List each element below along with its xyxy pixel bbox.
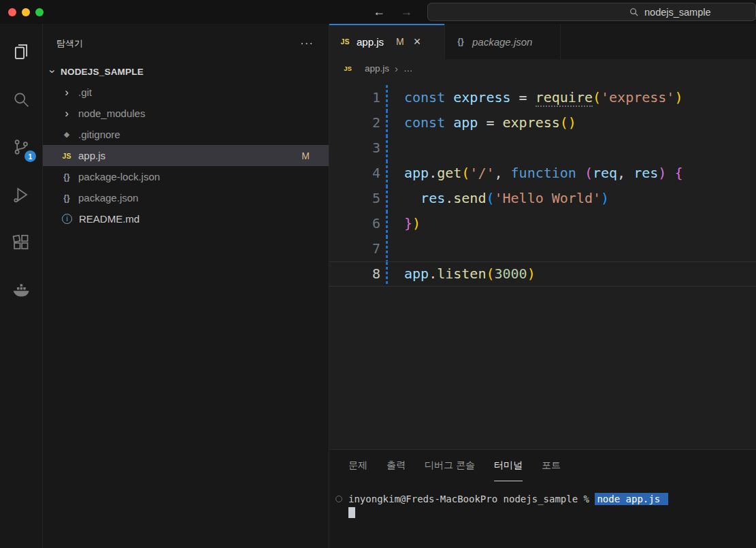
sidebar-title: 탐색기 (56, 37, 83, 50)
line-content (388, 236, 404, 261)
terminal-command-line: inyongkim@Freds-MacBookPro nodejs_sample… (335, 492, 756, 506)
terminal-cursor (348, 507, 355, 518)
minimize-window-button[interactable] (22, 8, 30, 16)
command-center-content: nodejs_sample (629, 3, 711, 20)
breadcrumb: JS app.js › … (329, 59, 756, 77)
activity-search-button[interactable] (0, 76, 42, 123)
command-center[interactable]: nodejs_sample (427, 3, 756, 21)
activity-docker-button[interactable] (0, 266, 42, 314)
vscode-window: ← → nodejs_sample 1 (0, 0, 756, 548)
activity-run-debug-button[interactable] (0, 171, 42, 219)
chevron-down-icon: › (46, 67, 59, 76)
braces-file-icon: {} (61, 172, 73, 182)
back-button[interactable]: ← (373, 5, 385, 19)
line-content: app.get('/', function (req, res) { (388, 161, 683, 186)
file-name: package.json (78, 192, 138, 204)
activity-extensions-button[interactable] (0, 219, 42, 266)
line-number: 3 (329, 135, 380, 161)
code-line-5[interactable]: 5 res.send('Hello World') (329, 186, 756, 211)
scm-pending-changes-badge: 1 (24, 150, 36, 162)
file-name: README.md (79, 213, 139, 225)
js-file-icon: JS (61, 152, 73, 160)
forward-button[interactable]: → (400, 5, 412, 19)
tree-item-.git[interactable]: ›.git (43, 82, 329, 103)
git-modified-badge: M (301, 150, 310, 161)
close-window-button[interactable] (8, 8, 16, 16)
command-decoration-icon[interactable] (335, 496, 342, 502)
breadcrumb-symbol-more[interactable]: … (404, 63, 413, 74)
info-file-icon: i (62, 214, 72, 224)
editor-tabs: JS app.js M × {} package.json (329, 24, 756, 59)
tree-item-app.js[interactable]: JSapp.jsM (43, 145, 329, 166)
views-more-actions-icon[interactable]: ··· (300, 40, 314, 47)
code-editor[interactable]: 1const express = require('express')2cons… (329, 77, 756, 449)
line-content: const express = require('express') (388, 85, 683, 110)
bottom-panel: 문제출력디버그 콘솔터미널포트 inyongkim@Freds-MacBookP… (329, 449, 756, 548)
js-file-icon: JS (342, 65, 354, 72)
js-file-icon: JS (339, 37, 351, 46)
line-content: res.send('Hello World') (388, 186, 609, 211)
titlebar: ← → nodejs_sample (0, 0, 756, 24)
file-name: package-lock.json (78, 171, 160, 182)
tab-label: app.js (357, 36, 384, 48)
search-icon (629, 7, 639, 17)
activity-explorer-button[interactable] (0, 28, 42, 76)
code-line-4[interactable]: 4app.get('/', function (req, res) { (329, 161, 756, 186)
tree-item-.gitignore[interactable]: ◆.gitignore (43, 124, 329, 145)
search-icon (12, 90, 31, 109)
section-header-project[interactable]: › NODEJS_SAMPLE (43, 63, 329, 80)
line-content: app.listen(3000) (388, 262, 536, 286)
tab-app-js[interactable]: JS app.js M × (329, 24, 445, 59)
sidebar-explorer: 탐색기 ··· › NODEJS_SAMPLE ›.git›node_modul… (43, 24, 329, 548)
terminal-selected-command: node app.js (595, 493, 668, 505)
tab-package-json[interactable]: {} package.json (445, 24, 561, 59)
workbench: 1 탐색기 ··· › NODEJS_SAMPLE ›.git›node_mod… (0, 24, 756, 548)
close-tab-icon[interactable]: × (414, 35, 421, 49)
terminal-cursor-line (335, 506, 756, 519)
code-line-1[interactable]: 1const express = require('express') (329, 85, 756, 110)
line-number: 1 (329, 85, 380, 110)
sidebar-header: 탐색기 ··· (43, 33, 329, 54)
panel-tab-출력[interactable]: 출력 (387, 450, 406, 481)
diamond-file-icon: ◆ (61, 130, 73, 139)
file-tree: ›.git›node_modules◆.gitignoreJSapp.jsM{}… (43, 82, 329, 229)
code-line-3[interactable]: 3 (329, 135, 756, 161)
panel-tab-포트[interactable]: 포트 (542, 450, 561, 481)
code-line-7[interactable]: 7 (329, 236, 756, 261)
breadcrumb-file[interactable]: app.js (365, 63, 389, 74)
file-name: app.js (78, 150, 105, 161)
tree-item-package-lock.json[interactable]: {}package-lock.json (43, 166, 329, 187)
tree-item-package.json[interactable]: {}package.json (43, 187, 329, 208)
zoom-window-button[interactable] (35, 8, 44, 16)
line-number: 4 (329, 161, 380, 186)
code-line-8[interactable]: 8app.listen(3000) (329, 261, 756, 287)
file-name: .git (78, 86, 92, 98)
editor-group: JS app.js M × {} package.json JS app.js … (329, 24, 756, 548)
extensions-icon (12, 233, 31, 252)
tree-item-README.md[interactable]: iREADME.md (43, 208, 329, 229)
activity-source-control-button[interactable]: 1 (0, 123, 42, 171)
tree-item-node_modules[interactable]: ›node_modules (43, 103, 329, 124)
panel-tab-디버그-콘솔[interactable]: 디버그 콘솔 (425, 450, 475, 481)
line-number: 5 (329, 186, 380, 211)
activity-bar: 1 (0, 24, 43, 548)
terminal-prompt: inyongkim@Freds-MacBookPro nodejs_sample… (348, 494, 595, 504)
code-line-2[interactable]: 2const app = express() (329, 110, 756, 135)
code-line-6[interactable]: 6}) (329, 211, 756, 236)
line-number: 2 (329, 110, 380, 135)
explorer-icon (12, 42, 31, 61)
code-lines: 1const express = require('express')2cons… (329, 85, 756, 287)
panel-tab-문제[interactable]: 문제 (348, 450, 367, 481)
json-file-icon: {} (455, 37, 467, 46)
terminal[interactable]: inyongkim@Freds-MacBookPro nodejs_sample… (329, 481, 756, 548)
tab-label: package.json (472, 36, 532, 48)
line-content (388, 135, 404, 161)
history-navigation: ← → (373, 0, 412, 24)
chevron-right-icon: › (61, 87, 73, 97)
panel-tabs: 문제출력디버그 콘솔터미널포트 (329, 450, 756, 481)
window-controls (0, 8, 44, 16)
line-content: }) (388, 211, 421, 236)
line-number: 6 (329, 211, 380, 236)
line-number: 7 (329, 236, 380, 261)
panel-tab-터미널[interactable]: 터미널 (494, 450, 523, 481)
